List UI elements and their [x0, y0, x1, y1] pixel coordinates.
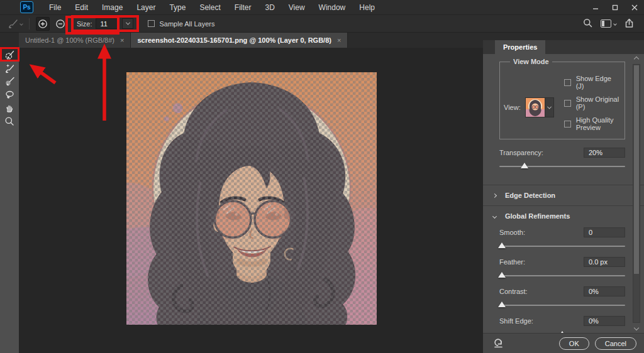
- slider-thumb[interactable]: [521, 163, 528, 168]
- view-thumbnail-dropdown[interactable]: [525, 97, 554, 117]
- reset-icon[interactable]: [493, 337, 504, 349]
- show-original-option: Show Original (P): [564, 95, 621, 111]
- sample-all-layers-control: Sample All Layers: [148, 20, 214, 28]
- refine-edge-brush-tool[interactable]: [1, 62, 18, 75]
- sample-all-layers-checkbox[interactable]: [148, 20, 155, 27]
- panel-top-strip: [483, 33, 644, 40]
- show-original-checkbox[interactable]: [564, 100, 571, 107]
- tab-properties[interactable]: Properties: [495, 40, 545, 54]
- tab-screenshot[interactable]: screenshot-20240315-165701.png @ 100% (L…: [131, 33, 348, 48]
- slider-thumb[interactable]: [498, 242, 506, 248]
- options-bar-right: [583, 18, 634, 30]
- ok-button[interactable]: OK: [559, 337, 589, 350]
- contrast-slider[interactable]: [499, 302, 625, 308]
- feather-control: Feather: 0.0 px: [483, 257, 644, 279]
- scrollbar-thumb[interactable]: [634, 65, 639, 274]
- view-thumbnail: [525, 97, 545, 117]
- shift-edge-slider[interactable]: [499, 332, 625, 333]
- slider-track[interactable]: [499, 166, 625, 167]
- menu-help[interactable]: Help: [352, 0, 382, 15]
- slider-thumb[interactable]: [558, 331, 566, 333]
- search-icon[interactable]: [583, 18, 592, 29]
- document-tab-bar: Untitled-1 @ 100% (RGB/8#) × screenshot-…: [0, 33, 483, 48]
- smooth-slider[interactable]: [499, 243, 625, 249]
- minimize-icon[interactable]: [586, 0, 605, 14]
- view-mode-title: View Mode: [510, 58, 552, 65]
- menu-select[interactable]: Select: [192, 0, 227, 15]
- show-original-label: Show Original (P): [576, 95, 621, 111]
- show-edge-checkbox[interactable]: [564, 79, 571, 86]
- tab-close-icon[interactable]: ×: [120, 36, 124, 44]
- edge-detection-title: Edge Detection: [505, 192, 555, 199]
- chevron-down-icon: [547, 104, 552, 109]
- smooth-value[interactable]: 0: [584, 227, 625, 237]
- separator: [29, 18, 30, 30]
- panel-body: View Mode View:: [483, 54, 644, 333]
- chevron-down-icon: [126, 21, 130, 25]
- edge-detection-section[interactable]: Edge Detection: [483, 185, 644, 205]
- chevron-down-icon: [613, 22, 617, 26]
- menu-image[interactable]: Image: [95, 0, 130, 15]
- menu-3d[interactable]: 3D: [258, 0, 281, 15]
- menu-edit[interactable]: Edit: [68, 0, 95, 15]
- properties-panel: Properties View Mode View:: [483, 33, 644, 353]
- menu-file[interactable]: File: [42, 0, 68, 15]
- global-refinements-title: Global Refinements: [505, 212, 570, 220]
- high-quality-preview-label: High Quality Preview: [576, 116, 621, 131]
- slider-track[interactable]: [499, 305, 625, 306]
- scroll-up-icon[interactable]: [634, 57, 639, 62]
- slider-thumb[interactable]: [498, 301, 506, 307]
- lasso-tool[interactable]: [1, 88, 18, 101]
- document-image[interactable]: [126, 72, 377, 325]
- transparency-label: Transparency:: [499, 149, 543, 156]
- menu-type[interactable]: Type: [162, 0, 192, 15]
- size-dropdown[interactable]: [122, 18, 133, 29]
- brush-tool[interactable]: [1, 75, 18, 88]
- increase-size-button[interactable]: [36, 17, 50, 31]
- menu-items: File Edit Image Layer Type Select Filter…: [42, 0, 382, 15]
- transparency-slider[interactable]: [499, 163, 625, 170]
- workspace-icon: [601, 19, 611, 28]
- share-icon[interactable]: [625, 18, 634, 30]
- feather-value[interactable]: 0.0 px: [584, 257, 625, 267]
- menu-window[interactable]: Window: [312, 0, 353, 15]
- tab-close-icon[interactable]: ×: [337, 36, 341, 44]
- high-quality-preview-checkbox[interactable]: [564, 121, 571, 128]
- view-mode-group: View Mode View:: [499, 62, 625, 139]
- menu-filter[interactable]: Filter: [228, 0, 258, 15]
- show-edge-option: Show Edge (J): [564, 75, 621, 90]
- photoshop-logo: Ps: [20, 1, 33, 13]
- menu-view[interactable]: View: [282, 0, 312, 15]
- menu-layer[interactable]: Layer: [130, 0, 162, 15]
- panel-scrollbar[interactable]: [633, 64, 640, 323]
- contrast-value[interactable]: 0%: [584, 286, 625, 296]
- view-dropdown-button[interactable]: [545, 97, 554, 117]
- global-refinements-section[interactable]: Global Refinements: [483, 206, 644, 226]
- shift-edge-value[interactable]: 0%: [584, 316, 625, 326]
- tab-title: screenshot-20240315-165701.png @ 100% (L…: [137, 36, 331, 44]
- hand-tool[interactable]: [1, 101, 18, 114]
- canvas-area[interactable]: [19, 48, 483, 353]
- transparency-row: Transparency: 20%: [499, 148, 625, 158]
- slider-track[interactable]: [499, 275, 625, 276]
- shift-edge-label: Shift Edge:: [499, 317, 533, 325]
- slider-track[interactable]: [499, 246, 625, 247]
- cancel-button[interactable]: Cancel: [595, 337, 636, 350]
- feather-slider[interactable]: [499, 273, 625, 279]
- close-icon[interactable]: [625, 0, 644, 14]
- menu-bar: Ps File Edit Image Layer Type Select Fil…: [0, 0, 644, 15]
- brush-preset-icon[interactable]: [8, 19, 23, 29]
- workspace-switcher[interactable]: [601, 19, 616, 28]
- transparency-value[interactable]: 20%: [584, 148, 625, 158]
- panel-footer: OK Cancel: [483, 333, 644, 353]
- annotation-box-size-field: [65, 16, 119, 35]
- tab-untitled-1[interactable]: Untitled-1 @ 100% (RGB/8#) ×: [19, 33, 131, 48]
- photoshop-window: Ps File Edit Image Layer Type Select Fil…: [0, 0, 644, 353]
- maximize-icon[interactable]: [605, 0, 625, 14]
- zoom-tool[interactable]: [1, 114, 18, 128]
- chevron-down-icon: [19, 22, 23, 26]
- show-edge-label: Show Edge (J): [576, 75, 621, 90]
- view-mode-options: Show Edge (J) Show Original (P) High Qua…: [564, 75, 621, 131]
- annotation-box-tool: [0, 47, 19, 62]
- slider-thumb[interactable]: [498, 272, 506, 278]
